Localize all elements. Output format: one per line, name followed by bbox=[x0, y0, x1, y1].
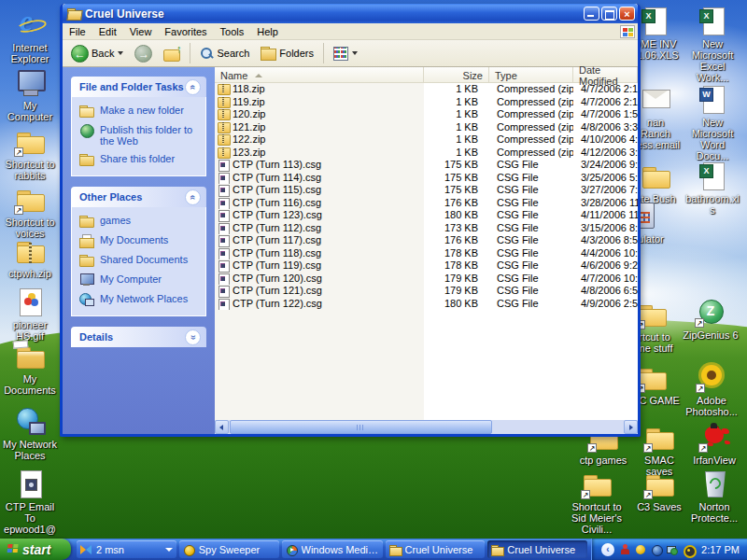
my-computer-link[interactable]: My Computer bbox=[79, 273, 202, 287]
desktop-icon[interactable]: My Network Places bbox=[2, 406, 58, 461]
file-row[interactable]: CTP (Turn 122).csg 180 KB CSG File 4/9/2… bbox=[215, 298, 638, 311]
file-name: 121.zip bbox=[233, 121, 265, 133]
menu-favorites[interactable]: Favorites bbox=[158, 24, 213, 39]
desktop-icon[interactable]: IrfanView bbox=[687, 422, 741, 466]
file-size: 178 KB bbox=[424, 247, 489, 260]
folders-button[interactable]: Folders bbox=[256, 44, 318, 63]
file-type-icon bbox=[218, 97, 230, 107]
desktop-icon[interactable]: Shortcut to Sid Meier's Civili... bbox=[564, 469, 629, 535]
scrollbar-thumb[interactable] bbox=[230, 420, 492, 434]
close-button[interactable]: × bbox=[619, 7, 635, 21]
share-folder-link[interactable]: Share this folder bbox=[79, 153, 202, 166]
publish-folder-link[interactable]: Publish this folder to the Web bbox=[79, 124, 202, 147]
globe-tray-icon[interactable] bbox=[651, 544, 662, 555]
minimize-button[interactable] bbox=[584, 7, 599, 21]
make-new-folder-link[interactable]: Make a new folder bbox=[79, 105, 202, 118]
title-bar[interactable]: Cruel Universe × bbox=[63, 4, 638, 23]
desktop-icon-glyph bbox=[638, 6, 671, 36]
file-row[interactable]: CTP (Turn 115).csg 175 KB CSG File 3/27/… bbox=[215, 184, 638, 197]
forward-button[interactable]: → bbox=[130, 42, 157, 65]
file-row[interactable]: 120.zip 1 KB Compressed (zippe... 4/7/20… bbox=[215, 108, 638, 121]
file-row[interactable]: 121.zip 1 KB Compressed (zippe... 4/8/20… bbox=[215, 121, 638, 134]
file-row[interactable]: CTP (Turn 114).csg 175 KB CSG File 3/25/… bbox=[215, 172, 638, 185]
desktop-icon[interactable]: My Documents bbox=[2, 341, 58, 396]
expand-chevron-icon[interactable]: « bbox=[185, 329, 201, 345]
desktop-icon[interactable]: bathroom.xls bbox=[684, 161, 741, 216]
desktop-icon[interactable]: New Microsoft Word Docu... bbox=[684, 84, 741, 161]
file-folder-tasks-header[interactable]: File and Folder Tasks « bbox=[71, 77, 206, 97]
file-row[interactable]: CTP (Turn 118).csg 178 KB CSG File 4/4/2… bbox=[215, 247, 638, 260]
menu-view[interactable]: View bbox=[123, 24, 159, 39]
taskbar-button[interactable]: 2 msn bbox=[77, 540, 176, 558]
desktop-icon-glyph bbox=[694, 297, 727, 328]
menu-tools[interactable]: Tools bbox=[214, 24, 251, 39]
file-row[interactable]: CTP (Turn 116).csg 176 KB CSG File 3/28/… bbox=[215, 197, 638, 210]
collapse-chevron-icon[interactable]: « bbox=[185, 189, 201, 205]
taskbar-button-icon bbox=[183, 544, 195, 555]
file-row[interactable]: CTP (Turn 121).csg 179 KB CSG File 4/8/2… bbox=[215, 285, 638, 298]
network-tray-icon[interactable] bbox=[667, 544, 678, 555]
file-size: 1 KB bbox=[424, 147, 489, 160]
views-button[interactable] bbox=[329, 44, 362, 63]
up-button[interactable] bbox=[159, 44, 185, 63]
target-tray-icon[interactable] bbox=[683, 544, 694, 555]
file-type: Compressed (zippe... bbox=[489, 133, 573, 147]
menu-edit[interactable]: Edit bbox=[92, 24, 123, 39]
maximize-button[interactable] bbox=[601, 7, 617, 21]
red-figure-tray-icon[interactable] bbox=[619, 544, 630, 555]
file-type: CSG File bbox=[489, 222, 573, 235]
back-button[interactable]: ← Back bbox=[66, 42, 128, 65]
scroll-right-arrow[interactable] bbox=[624, 420, 638, 434]
yellow-ball-tray-icon[interactable] bbox=[635, 544, 646, 555]
taskbar-button[interactable]: Windows Media Pla... bbox=[282, 540, 383, 558]
my-documents-link[interactable]: My Documents bbox=[79, 234, 202, 247]
menu-file[interactable]: File bbox=[63, 24, 92, 39]
column-header-size[interactable]: Size bbox=[424, 67, 489, 83]
desktop-icon[interactable]: Shortcut to voices bbox=[2, 184, 58, 239]
column-header-type[interactable]: Type bbox=[489, 67, 573, 83]
file-row[interactable]: CTP (Turn 113).csg 175 KB CSG File 3/24/… bbox=[215, 159, 638, 172]
search-button[interactable]: Search bbox=[195, 44, 254, 63]
taskbar-group-dropdown-icon[interactable] bbox=[165, 548, 173, 552]
shared-documents-link[interactable]: Shared Documents bbox=[79, 254, 202, 267]
desktop-icon[interactable]: ZipGenius 6 bbox=[680, 297, 741, 341]
desktop-icon[interactable]: C3 Saves bbox=[631, 469, 687, 512]
file-row[interactable]: CTP (Turn 123).csg 180 KB CSG File 4/11/… bbox=[215, 209, 638, 222]
publish-web-icon bbox=[79, 124, 94, 137]
desktop-icon[interactable]: My Computer bbox=[2, 67, 58, 122]
start-button[interactable]: start bbox=[0, 539, 71, 560]
taskbar-button[interactable]: Spy Sweeper bbox=[179, 540, 279, 558]
scroll-left-arrow[interactable] bbox=[215, 420, 229, 434]
other-places-header[interactable]: Other Places « bbox=[71, 187, 206, 207]
column-header-date[interactable]: Date Modified bbox=[573, 67, 638, 83]
file-row[interactable]: 118.zip 1 KB Compressed (zippe... 4/7/20… bbox=[215, 83, 638, 96]
collapse-chevron-icon[interactable]: « bbox=[185, 79, 201, 95]
file-row[interactable]: 122.zip 1 KB Compressed (zippe... 4/10/2… bbox=[215, 133, 638, 147]
taskbar-button-label: Spy Sweeper bbox=[199, 544, 275, 555]
desktop-icon[interactable]: ctpwh.zip bbox=[2, 235, 58, 279]
file-row[interactable]: 123.zip 1 KB Compressed (zippe... 4/12/2… bbox=[215, 147, 638, 160]
desktop-icon[interactable]: Shortcut to rabbits bbox=[2, 126, 58, 181]
desktop-icon[interactable]: Adobe Photosho... bbox=[682, 362, 741, 417]
desktop-icon[interactable]: CTP Email To epwood1@c... bbox=[2, 469, 58, 546]
column-header-name[interactable]: Name bbox=[215, 67, 424, 83]
desktop-icon[interactable]: Norton Protecte... bbox=[685, 469, 743, 524]
file-row[interactable]: CTP (Turn 112).csg 173 KB CSG File 3/15/… bbox=[215, 222, 638, 235]
taskbar-button[interactable]: Cruel Universe bbox=[386, 540, 486, 558]
details-header[interactable]: Details « bbox=[71, 327, 206, 347]
desktop-icon-label: C3 Saves bbox=[631, 501, 687, 512]
my-network-places-link[interactable]: My Network Places bbox=[79, 293, 202, 306]
horizontal-scrollbar[interactable] bbox=[215, 420, 638, 434]
menu-help[interactable]: Help bbox=[250, 24, 285, 39]
file-row[interactable]: CTP (Turn 117).csg 176 KB CSG File 4/3/2… bbox=[215, 234, 638, 247]
desktop-icon[interactable]: pioneer HS.gif bbox=[2, 287, 58, 342]
games-link[interactable]: games bbox=[79, 215, 202, 228]
desktop-icon-label: My Documents bbox=[2, 373, 58, 396]
file-row[interactable]: 119.zip 1 KB Compressed (zippe... 4/7/20… bbox=[215, 96, 638, 109]
desktop-icon[interactable]: Internet Explorer bbox=[2, 9, 58, 64]
file-row[interactable]: CTP (Turn 119).csg 178 KB CSG File 4/6/2… bbox=[215, 259, 638, 273]
desktop-icon[interactable]: New Microsoft Excel Work... bbox=[684, 6, 741, 83]
tray-collapse-chevron[interactable]: ‹ bbox=[601, 543, 614, 556]
file-row[interactable]: CTP (Turn 120).csg 179 KB CSG File 4/7/2… bbox=[215, 273, 638, 286]
taskbar-button[interactable]: Cruel Universe bbox=[487, 540, 587, 558]
